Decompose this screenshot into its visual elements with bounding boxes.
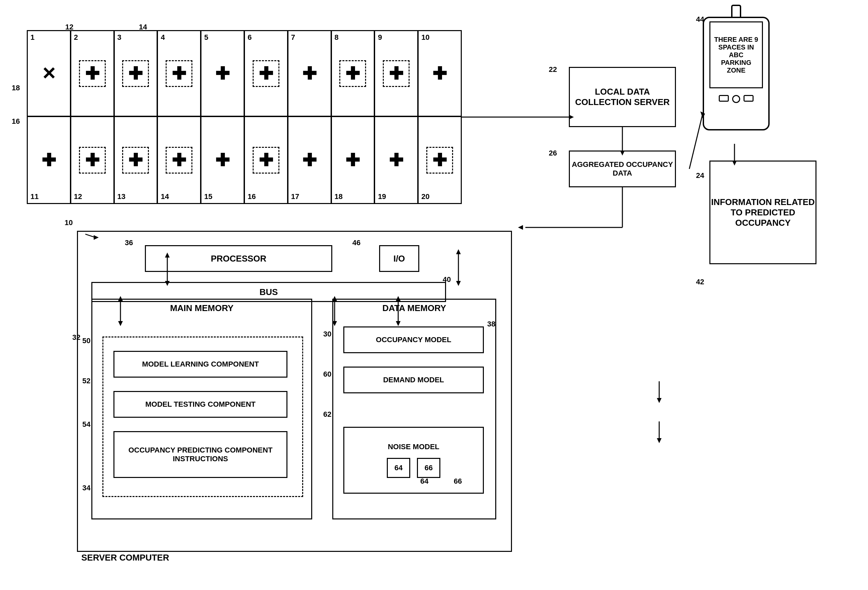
ref-46: 46 [352,239,360,247]
aggregated-occupancy-label: AGGREGATED OCCUPANCY DATA [570,160,675,178]
space-dashed-16: ✚ [252,147,279,174]
ref-22: 22 [549,65,557,74]
noise-model-section: NOISE MODEL 64 66 [343,427,484,494]
space-dashed-13: ✚ [122,147,149,174]
processor-label: PROCESSOR [211,254,266,264]
ref-42: 42 [696,277,704,286]
ref-54: 54 [82,420,90,429]
ref-26: 26 [549,149,557,158]
space-num-17: 17 [291,192,299,201]
space-num-8: 8 [335,33,339,42]
noise-model-label: NOISE MODEL [388,442,439,451]
mobile-screen-text: THERE ARE 9 SPACES IN ABC PARKING ZONE [713,36,759,74]
plus-icon-5: ✚ [215,65,230,82]
server-computer-label: SERVER COMPUTER [81,553,169,563]
space-dashed-12: ✚ [79,147,106,174]
space-num-2: 2 [74,33,78,42]
model-testing-label: MODEL TESTING COMPONENT [145,400,255,409]
occupancy-predicting-box: OCCUPANCY PREDICTING COMPONENT INSTRUCTI… [114,431,288,478]
parking-space-19: 19 ✚ [375,117,419,203]
info-box-label: INFORMATION RELATED TO PREDICTED OCCUPAN… [710,197,815,228]
parking-space-8: 8 ✚ [332,31,375,116]
processor-box: PROCESSOR [145,245,332,272]
svg-marker-31 [657,398,661,403]
aggregated-occupancy-box: AGGREGATED OCCUPANCY DATA [569,150,676,187]
parking-space-14: 14 ✚ [158,117,201,203]
plus-icon-3: ✚ [128,65,143,82]
space-num-15: 15 [204,192,212,201]
space-num-10: 10 [421,33,429,42]
parking-space-12: 12 ✚ [71,117,115,203]
ref-66: 66 [454,477,462,486]
plus-icon-8: ✚ [345,65,360,82]
main-memory-box: MAIN MEMORY MODEL LEARNING COMPONENT MOD… [92,299,312,519]
parking-space-17: 17 ✚ [288,117,332,203]
io-label: I/O [394,254,405,264]
space-dashed-20: ✚ [426,147,453,174]
space-num-16: 16 [248,192,255,201]
plus-icon-18: ✚ [345,152,360,169]
space-dashed-8: ✚ [339,60,366,87]
server-computer-box: PROCESSOR BUS I/O MAIN MEMORY MODEL LEAR… [77,231,512,552]
mobile-btn-left [719,95,729,102]
space-num-7: 7 [291,33,295,42]
space-dashed-6: ✚ [252,60,279,87]
space-dashed-9: ✚ [383,60,410,87]
noise-inner-boxes: 64 66 [387,458,440,478]
parking-space-1: 1 ✕ [28,31,71,116]
ref-32: 32 [72,333,80,342]
io-box: I/O [379,245,419,272]
plus-icon-19: ✚ [389,152,403,169]
occupancy-predicting-label: OCCUPANCY PREDICTING COMPONENT INSTRUCTI… [117,446,284,463]
data-memory-box: DATA MEMORY OCCUPANCY MODEL DEMAND MODEL… [332,299,496,519]
parking-space-13: 13 ✚ [115,117,158,203]
inner-dashed-box: MODEL LEARNING COMPONENT MODEL TESTING C… [102,336,303,497]
mobile-device: THERE ARE 9 SPACES IN ABC PARKING ZONE [703,17,776,144]
parking-space-3: 3 ✚ [115,31,158,116]
mobile-buttons [719,95,754,103]
parking-grid: 1 ✕ 2 ✚ 3 ✚ 4 ✚ [27,30,462,204]
plus-icon-9: ✚ [389,65,403,82]
parking-space-6: 6 ✚ [245,31,288,116]
space-dashed-3: ✚ [122,60,149,87]
space-num-1: 1 [31,33,34,42]
occupancy-model-label: OCCUPANCY MODEL [376,335,451,344]
space-num-12: 12 [74,192,82,201]
space-num-20: 20 [421,192,429,201]
ref-24: 24 [696,171,704,180]
model-learning-label: MODEL LEARNING COMPONENT [142,360,259,369]
space-dashed-14: ✚ [165,147,192,174]
ref-62: 62 [323,410,331,419]
ref-38: 38 [487,320,495,329]
plus-icon-4: ✚ [172,65,186,82]
mobile-btn-center [732,95,740,103]
noise-66-label: 66 [425,463,433,472]
space-num-6: 6 [248,33,252,42]
occupancy-model-box: OCCUPANCY MODEL [343,326,484,353]
plus-icon-12: ✚ [85,152,100,169]
main-memory-label: MAIN MEMORY [92,300,311,317]
plus-icon-20: ✚ [433,152,447,169]
model-learning-box: MODEL LEARNING COMPONENT [114,351,288,378]
parking-space-5: 5 ✚ [201,31,245,116]
plus-icon-2: ✚ [85,65,100,82]
ref-30: 30 [323,330,331,338]
space-num-3: 3 [117,33,121,42]
plus-icon-7: ✚ [302,65,317,82]
ref-34: 34 [82,484,90,492]
parking-space-18: 18 ✚ [332,117,375,203]
model-testing-box: MODEL TESTING COMPONENT [114,391,288,418]
space-num-19: 19 [378,192,386,201]
ref-10-server: 10 [65,218,72,227]
parking-space-7: 7 ✚ [288,31,332,116]
parking-space-2: 2 ✚ [71,31,115,116]
info-box: INFORMATION RELATED TO PREDICTED OCCUPAN… [709,161,816,264]
plus-icon-14: ✚ [172,152,186,169]
space-dashed-4: ✚ [165,60,192,87]
ref-36: 36 [125,239,133,247]
noise-64-label: 64 [394,463,403,472]
space-num-5: 5 [204,33,208,42]
bus-label: BUS [260,287,278,297]
parking-space-20: 20 ✚ [419,117,461,203]
demand-model-label: DEMAND MODEL [383,376,444,384]
